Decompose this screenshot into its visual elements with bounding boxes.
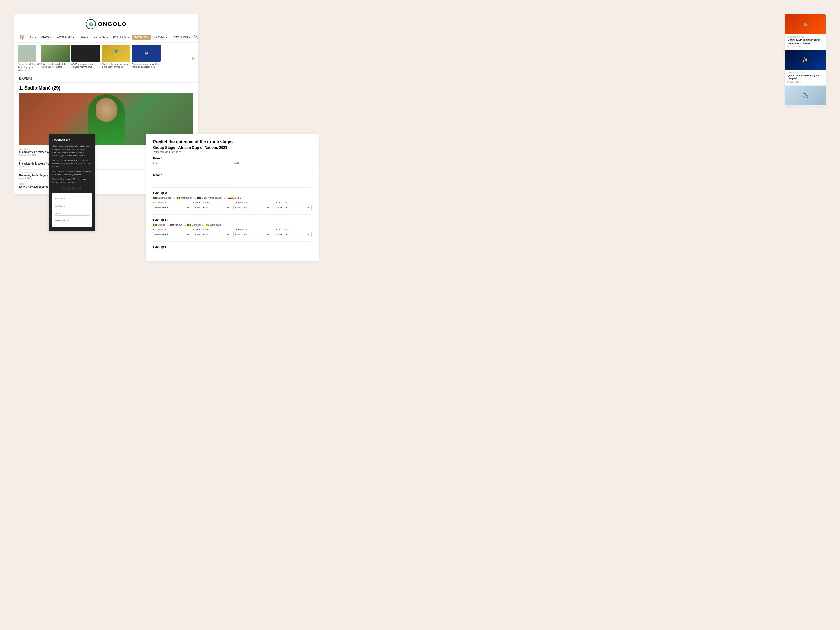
group-a-second-label: Second Place * bbox=[193, 201, 231, 204]
group-b-teams: Guinea vs Malawi vs Senegal vs Zimbabwe bbox=[153, 224, 312, 226]
flag-sn-icon bbox=[188, 224, 191, 226]
group-a-section: Group A Burkina Faso vs Cameroon vs Cape… bbox=[153, 191, 312, 210]
vs-3: vs bbox=[224, 197, 226, 199]
flag-et-icon bbox=[228, 197, 232, 199]
carousel-item-3[interactable]: 🥇 Africa on the hunt for medals at the T… bbox=[102, 45, 132, 72]
group-a-fourth-select[interactable]: Select Team Burkina Faso Cameroon Cape V… bbox=[273, 205, 312, 210]
sidebar-article-2: ✈️ bbox=[785, 85, 826, 106]
team-zw-name: Zimbabwe bbox=[210, 224, 221, 226]
flag-zw-icon bbox=[206, 224, 210, 226]
sidebar-article-1: ✨ Consumers, News Ignore the metaverse a… bbox=[785, 50, 826, 85]
nav-people[interactable]: PEOPLE ▾ bbox=[92, 35, 110, 40]
vs-1: vs bbox=[173, 197, 175, 199]
team-cv-name: Cape Verde Islands bbox=[202, 197, 223, 199]
prediction-title: Predict the outcome of the group stages bbox=[153, 140, 312, 144]
sidebar-articles-panel: 🏪 Consumers, News KFC Kenya PR blunder c… bbox=[785, 14, 826, 106]
carousel-item-2[interactable]: AFCON knockout stage delivers heavy blow… bbox=[71, 45, 102, 72]
prediction-required-note: "*" indicates required fields bbox=[153, 151, 312, 153]
sidebar-article-content-1: Consumers, News Ignore the metaverse at … bbox=[785, 69, 826, 85]
vs-5: vs bbox=[184, 224, 186, 226]
flag-mw-icon bbox=[171, 224, 174, 226]
group-b-title: Group B bbox=[153, 218, 312, 222]
sidebar-thumb-1: ✨ bbox=[785, 50, 826, 69]
name-row: First Last bbox=[153, 161, 312, 170]
nav-home-icon[interactable]: 🏠 bbox=[17, 33, 27, 41]
group-b-first-label: First Place * bbox=[153, 228, 191, 231]
first-name-label: First bbox=[153, 161, 230, 164]
last-name-field: Last bbox=[234, 161, 312, 170]
nav-community[interactable]: COMMUNITY bbox=[171, 35, 193, 40]
group-a-third-select[interactable]: Select Team Burkina Faso Cameroon Cape V… bbox=[234, 205, 272, 210]
group-b-third-select[interactable]: Select Team Guinea Malawi Senegal Zimbab… bbox=[234, 232, 272, 237]
sidebar-date-1: 6 January 2022 bbox=[787, 81, 823, 83]
ad-arrow-icon[interactable]: ▶ bbox=[192, 57, 194, 60]
teaser-text: Cameroon, tal title, with the to display… bbox=[17, 63, 41, 72]
group-b-first-place: First Place * Select Team Guinea Malawi … bbox=[153, 228, 191, 237]
team-sn-name: Senegal bbox=[192, 224, 201, 226]
flag-cv-icon bbox=[197, 197, 201, 199]
section-label: EXPERI bbox=[14, 74, 198, 83]
first-name-input[interactable] bbox=[153, 165, 230, 170]
team-mw-name: Malawi bbox=[175, 224, 182, 226]
search-icon[interactable]: 🔍 bbox=[193, 35, 198, 39]
group-b-first-select[interactable]: Select Team Guinea Malawi Senegal Zimbab… bbox=[153, 232, 191, 237]
team-gn-name: Guinea bbox=[158, 224, 165, 226]
group-b-third-label: Third Place * bbox=[234, 228, 272, 231]
group-c-section: Group C bbox=[153, 245, 312, 249]
contact-body: Got a news tip or inside information abo… bbox=[52, 145, 92, 184]
sidebar-date-0: 10 February 2022 bbox=[787, 45, 823, 47]
group-a-third-label: Third Place * bbox=[234, 201, 272, 204]
group-b-second-select[interactable]: Select Team Guinea Malawi Senegal Zimbab… bbox=[193, 232, 231, 237]
first-name-field: First bbox=[153, 161, 230, 170]
carousel-item-1[interactable]: 10 players to watch at the Africa Cup of… bbox=[41, 45, 71, 72]
sidebar-title-1[interactable]: Ignore the metaverse at your own peril bbox=[787, 74, 823, 80]
sidebar-title-0[interactable]: KFC Kenya PR blunder costly as customers… bbox=[787, 39, 823, 45]
carousel-item-4[interactable]: ⚽ Chelsea faces an uncertain future as s… bbox=[132, 45, 162, 72]
sidebar-thumb-0: 🏪 bbox=[785, 14, 826, 34]
flag-zimbabwe: Zimbabwe bbox=[206, 224, 221, 226]
name-label: Name * bbox=[153, 157, 312, 160]
nav-economy[interactable]: ECONOMY ▾ bbox=[55, 35, 77, 40]
flag-malawi: Malawi bbox=[171, 224, 182, 226]
contact-last-name-input[interactable] bbox=[55, 204, 89, 208]
contact-phone-input[interactable] bbox=[55, 219, 89, 223]
site-logo: 🌍 ONGOLO bbox=[14, 19, 198, 29]
contact-title: Contact Us bbox=[52, 138, 92, 142]
group-b-fourth-label: Fourth Place * bbox=[273, 228, 312, 231]
group-b-section: Group B Guinea vs Malawi vs Senegal vs Z… bbox=[153, 218, 312, 237]
contact-panel: Contact Us Got a news tip or inside info… bbox=[49, 134, 95, 231]
team-bf-name: Burkina Faso bbox=[158, 197, 171, 199]
group-b-second-label: Second Place * bbox=[193, 228, 231, 231]
flag-bf-icon bbox=[153, 197, 157, 199]
group-a-teams: Burkina Faso vs Cameroon vs Cape Verde I… bbox=[153, 197, 312, 199]
carousel-caption-1: 10 players to watch at the Africa Cup of… bbox=[41, 63, 71, 68]
group-b-places: First Place * Select Team Guinea Malawi … bbox=[153, 228, 312, 237]
sidebar-cat-1: Consumers, News bbox=[787, 71, 823, 74]
site-header: 🌍 ONGOLO bbox=[14, 14, 198, 32]
group-b-fourth-select[interactable]: Select Team Guinea Malawi Senegal Zimbab… bbox=[273, 232, 312, 237]
vs-6: vs bbox=[202, 224, 204, 226]
group-a-second-select[interactable]: Select Team Burkina Faso Cameroon Cape V… bbox=[193, 205, 231, 210]
nav-politics[interactable]: POLITICS ▾ bbox=[111, 35, 131, 40]
email-input[interactable] bbox=[153, 178, 232, 183]
last-name-input[interactable] bbox=[234, 165, 312, 170]
nav-travel[interactable]: TRAVEL ▾ bbox=[152, 35, 170, 40]
contact-first-name-input[interactable] bbox=[55, 197, 89, 201]
logo-icon: 🌍 bbox=[86, 19, 96, 29]
contact-email-input[interactable] bbox=[55, 211, 89, 216]
contact-watermark: ONGOLO bbox=[52, 186, 92, 191]
group-a-first-select[interactable]: Select Team Burkina Faso Cameroon Cape V… bbox=[153, 205, 191, 210]
sidebar-article-0: 🏪 Consumers, News KFC Kenya PR blunder c… bbox=[785, 14, 826, 50]
nav-life[interactable]: LIFE ▾ bbox=[77, 35, 90, 40]
nav-sports[interactable]: SPORTS ▾ bbox=[132, 35, 151, 40]
nav-consumers[interactable]: CONSUMERS ▾ bbox=[28, 35, 54, 40]
group-a-title: Group A bbox=[153, 191, 312, 195]
group-a-fourth-label: Fourth Place * bbox=[273, 201, 312, 204]
team-et-name: Ethiopia bbox=[232, 197, 241, 199]
last-name-label: Last bbox=[234, 161, 312, 164]
site-nav: 🏠 CONSUMERS ▾ ECONOMY ▾ LIFE ▾ PEOPLE ▾ … bbox=[14, 32, 198, 43]
flag-gn-icon bbox=[153, 224, 157, 226]
group-c-title: Group C bbox=[153, 245, 312, 249]
prediction-panel: Predict the outcome of the group stages … bbox=[146, 134, 319, 261]
carousel-caption-3: Africa on the hunt for medals at the Tok… bbox=[102, 63, 132, 68]
